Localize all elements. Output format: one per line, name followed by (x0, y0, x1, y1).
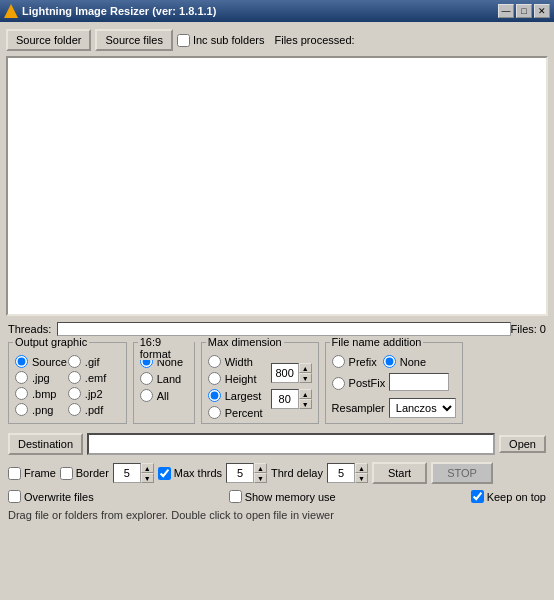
og-gif-label[interactable]: .gif (68, 355, 120, 368)
f-all-radio[interactable] (140, 389, 153, 402)
og-jpg-label[interactable]: .jpg (15, 371, 67, 384)
og-source-label[interactable]: Source (15, 355, 67, 368)
output-graphic-title: Output graphic (13, 336, 89, 348)
og-emf-radio[interactable] (68, 371, 81, 384)
app-icon (4, 4, 18, 18)
options-area: Output graphic Source .gif .jpg .emf .bm… (4, 340, 550, 426)
threads-progress (57, 322, 510, 336)
og-png-label[interactable]: .png (15, 403, 67, 416)
show-memory-use-label[interactable]: Show memory use (229, 490, 336, 503)
source-files-button[interactable]: Source files (95, 29, 172, 51)
thrd-delay-down[interactable]: ▼ (355, 473, 368, 483)
title-text: Lightning Image Resizer (ver: 1.8.1.1) (22, 5, 216, 17)
dim-value1-input[interactable]: 800 (271, 363, 299, 383)
fna-prefix-label[interactable]: Prefix (332, 355, 377, 368)
dim-value1-down[interactable]: ▼ (299, 373, 312, 383)
destination-input[interactable] (87, 433, 495, 455)
f-land-label[interactable]: Land (140, 372, 188, 385)
max-thrds-input[interactable] (226, 463, 254, 483)
postfix-input[interactable] (389, 373, 449, 391)
dim-value2-up[interactable]: ▲ (299, 389, 312, 399)
f-all-label[interactable]: All (140, 389, 188, 402)
inc-sub-folders-checkbox[interactable] (177, 34, 190, 47)
overwrite-files-checkbox[interactable] (8, 490, 21, 503)
open-button[interactable]: Open (499, 435, 546, 453)
files-count: Files: 0 (511, 323, 546, 335)
threads-label: Threads: (8, 323, 51, 335)
dim-value1-spinbox: 800 ▲ ▼ (271, 363, 312, 383)
og-pdf-radio[interactable] (68, 403, 81, 416)
og-jp2-label[interactable]: .jp2 (68, 387, 120, 400)
dim-value2-down[interactable]: ▼ (299, 399, 312, 409)
og-pdf-label[interactable]: .pdf (68, 403, 120, 416)
fna-prefix-radio[interactable] (332, 355, 345, 368)
show-memory-use-checkbox[interactable] (229, 490, 242, 503)
threads-section: Threads: (8, 322, 511, 336)
og-jp2-radio[interactable] (68, 387, 81, 400)
max-thrds-label[interactable]: Max thrds (158, 467, 222, 480)
md-height-label[interactable]: Height (208, 372, 263, 385)
thrd-delay-input[interactable] (327, 463, 355, 483)
border-label[interactable]: Border (60, 467, 109, 480)
thrd-delay-label: Thrd delay (271, 467, 323, 479)
border-down[interactable]: ▼ (141, 473, 154, 483)
og-source-radio[interactable] (15, 355, 28, 368)
source-folder-button[interactable]: Source folder (6, 29, 91, 51)
frame-label[interactable]: Frame (8, 467, 56, 480)
md-percent-label[interactable]: Percent (208, 406, 263, 419)
start-button[interactable]: Start (372, 462, 427, 484)
fna-postfix-radio[interactable] (332, 377, 345, 390)
inc-sub-folders-label[interactable]: Inc sub folders (177, 34, 265, 47)
resampler-label: Resampler (332, 402, 385, 414)
format169-group: 16:9 format None Land All (133, 342, 195, 424)
resampler-row: Resampler Lanczos Bilinear Bicubic (332, 398, 456, 418)
og-bmp-radio[interactable] (15, 387, 28, 400)
og-png-radio[interactable] (15, 403, 28, 416)
destination-row: Destination Open (4, 430, 550, 458)
og-jpg-radio[interactable] (15, 371, 28, 384)
maximize-button[interactable]: □ (516, 4, 532, 18)
resampler-select[interactable]: Lanczos Bilinear Bicubic (389, 398, 456, 418)
f-land-radio[interactable] (140, 372, 153, 385)
og-emf-label[interactable]: .emf (68, 371, 120, 384)
overwrite-files-label[interactable]: Overwrite files (8, 490, 94, 503)
stop-button[interactable]: STOP (431, 462, 493, 484)
main-window: Source folder Source files Inc sub folde… (0, 22, 554, 527)
max-thrds-up[interactable]: ▲ (254, 463, 267, 473)
md-largest-radio[interactable] (208, 389, 221, 402)
fna-none-radio[interactable] (383, 355, 396, 368)
md-percent-radio[interactable] (208, 406, 221, 419)
bottom-controls-row2: Overwrite files Show memory use Keep on … (4, 488, 550, 505)
max-dimension-title: Max dimension (206, 336, 284, 348)
thrd-delay-up[interactable]: ▲ (355, 463, 368, 473)
keep-on-top-label[interactable]: Keep on top (471, 490, 546, 503)
max-thrds-down[interactable]: ▼ (254, 473, 267, 483)
border-spinbox: ▲ ▼ (113, 463, 154, 483)
og-bmp-label[interactable]: .bmp (15, 387, 67, 400)
destination-button[interactable]: Destination (8, 433, 83, 455)
md-largest-label[interactable]: Largest (208, 389, 263, 402)
border-value-input[interactable] (113, 463, 141, 483)
title-bar-left: Lightning Image Resizer (ver: 1.8.1.1) (4, 4, 216, 18)
border-up[interactable]: ▲ (141, 463, 154, 473)
file-name-addition-title: File name addition (330, 336, 424, 348)
max-thrds-checkbox[interactable] (158, 467, 171, 480)
fna-postfix-label[interactable]: PostFix (332, 377, 386, 390)
bottom-controls-row1: Frame Border ▲ ▼ Max thrds ▲ ▼ Thrd dela… (4, 460, 550, 486)
keep-on-top-checkbox[interactable] (471, 490, 484, 503)
dim-value1-up[interactable]: ▲ (299, 363, 312, 373)
frame-checkbox[interactable] (8, 467, 21, 480)
md-width-radio[interactable] (208, 355, 221, 368)
fna-none-label[interactable]: None (383, 355, 426, 368)
minimize-button[interactable]: — (498, 4, 514, 18)
md-height-radio[interactable] (208, 372, 221, 385)
title-bar-buttons: — □ ✕ (498, 4, 550, 18)
og-gif-radio[interactable] (68, 355, 81, 368)
md-width-label[interactable]: Width (208, 355, 263, 368)
dim-value2-input[interactable]: 80 (271, 389, 299, 409)
border-checkbox[interactable] (60, 467, 73, 480)
file-name-addition-group: File name addition Prefix None PostFix R… (325, 342, 463, 424)
close-button[interactable]: ✕ (534, 4, 550, 18)
file-list-area[interactable] (6, 56, 548, 316)
output-graphic-group: Output graphic Source .gif .jpg .emf .bm… (8, 342, 127, 424)
